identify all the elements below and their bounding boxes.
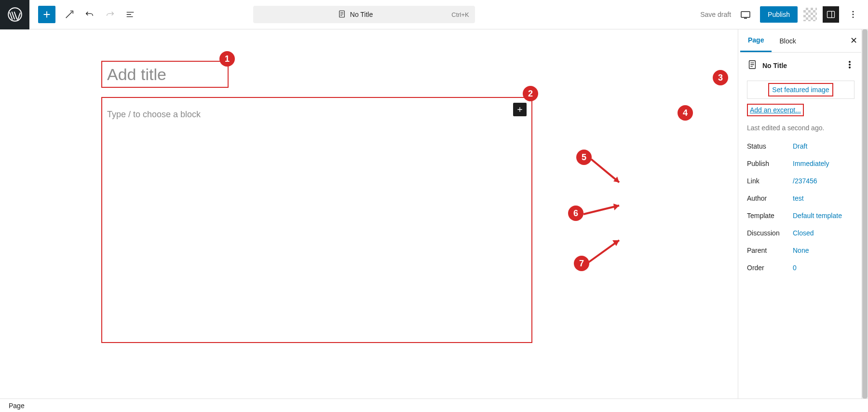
top-toolbar: No Title Ctrl+K Save draft Publish [0,0,868,29]
undo-button[interactable] [80,3,100,26]
wordpress-logo-icon[interactable] [0,0,29,29]
inline-add-block-button[interactable] [513,103,527,116]
publish-button[interactable]: Publish [760,6,798,23]
last-edited-label: Last edited a second ago. [747,124,854,132]
svg-point-9 [849,64,851,66]
featured-image-panel[interactable]: Set featured image [747,81,854,99]
avatar[interactable] [803,8,817,21]
annotation-bubble-6: 6 [568,206,583,221]
annotation-bubble-3: 3 [713,70,728,85]
annotation-bubble-5: 5 [576,150,592,165]
sidebar-tabs: Page Block ✕ [740,29,861,53]
settings-sidebar: Page Block ✕ No Title Set featured image… [738,29,861,398]
redo-button[interactable] [100,3,120,26]
meta-row-publish[interactable]: Publish Immediately [747,155,854,172]
meta-row-template[interactable]: Template Default template [747,207,854,224]
tab-page[interactable]: Page [740,29,772,52]
sidebar-doc-title: No Title [762,62,840,69]
add-block-toggle-button[interactable] [38,6,55,23]
svg-point-6 [853,16,854,18]
command-center-title: No Title [350,11,373,18]
annotation-bubble-7: 7 [574,256,589,271]
meta-row-link[interactable]: Link /237456 [747,172,854,190]
scrollbar-vertical[interactable] [861,29,868,398]
svg-rect-3 [827,11,835,17]
svg-rect-2 [741,12,750,17]
page-icon [338,10,346,20]
title-placeholder: Add title [107,65,166,84]
annotation-bubble-2: 2 [523,86,538,101]
options-menu-button[interactable] [845,6,861,23]
command-center[interactable]: No Title Ctrl+K [253,6,475,23]
close-sidebar-button[interactable]: ✕ [850,35,857,46]
meta-row-order[interactable]: Order 0 [747,259,854,276]
title-input[interactable]: Add title [101,61,229,88]
meta-row-discussion[interactable]: Discussion Closed [747,224,854,242]
svg-point-4 [853,11,854,13]
annotation-bubble-1: 1 [219,51,235,67]
meta-row-author[interactable]: Author test [747,190,854,207]
breadcrumb-bar: Page [0,398,868,412]
set-featured-image-button[interactable]: Set featured image [768,83,833,96]
page-actions-button[interactable] [845,60,854,71]
breadcrumb[interactable]: Page [9,402,25,410]
tools-icon[interactable] [59,3,80,26]
svg-point-5 [853,14,854,15]
meta-row-parent[interactable]: Parent None [747,242,854,259]
save-draft-button[interactable]: Save draft [700,11,731,18]
content-placeholder: Type / to choose a block [107,110,531,120]
settings-sidebar-toggle[interactable] [823,6,839,23]
editor-canvas: Add title Type / to choose a block [0,29,738,398]
svg-point-8 [849,61,851,63]
content-area[interactable]: Type / to choose a block [101,97,532,343]
annotation-bubble-4: 4 [678,105,693,121]
page-icon [747,59,758,72]
svg-point-10 [849,67,851,68]
preview-button[interactable] [737,6,754,23]
tab-block[interactable]: Block [772,29,803,52]
scrollbar-thumb[interactable] [862,29,868,398]
add-excerpt-link[interactable]: Add an excerpt... [747,104,804,116]
page-summary: Status Draft Publish Immediately Link /2… [747,137,854,276]
list-view-button[interactable] [120,3,140,26]
command-center-shortcut: Ctrl+K [451,11,469,18]
meta-row-status[interactable]: Status Draft [747,137,854,155]
